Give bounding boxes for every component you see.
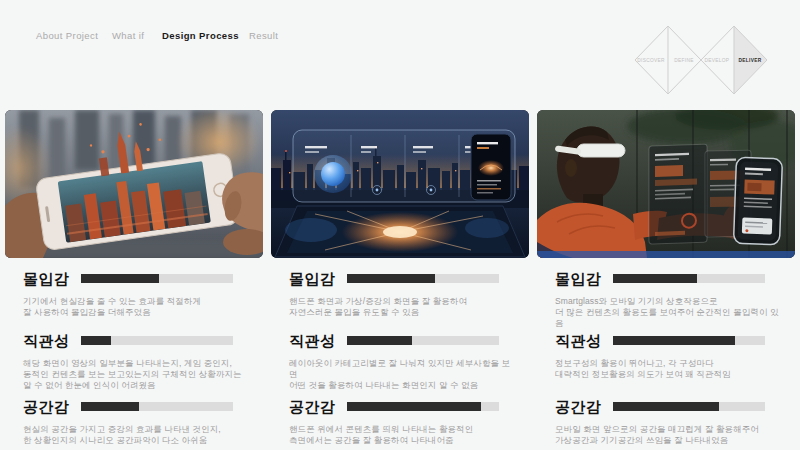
- section-description: 기기에서 현실감을 줄 수 있는 효과를 적절하게 잘 사용하여 몰입감을 더해…: [23, 296, 248, 318]
- photo3-transparent-phone: [733, 157, 782, 245]
- photo-smartglasses-ar-phone: [537, 110, 795, 258]
- photo2-blue-sphere: [321, 162, 345, 186]
- progress-bar: [347, 336, 499, 345]
- eval-section: 공간감 현실의 공간을 가지고 증강의 효과를 나타낸 것인지, 한 상황인지의…: [5, 398, 255, 416]
- progress-bar: [347, 402, 499, 411]
- nav-item-result[interactable]: Result: [249, 30, 278, 41]
- section-description: 핸드폰 위에서 콘텐츠를 띄워 나타내는 활용적인 측면에서는 공간을 잘 활용…: [289, 424, 514, 446]
- progress-bar: [613, 402, 765, 411]
- progress-bar-fill: [347, 336, 412, 345]
- progress-bar-fill: [347, 402, 481, 411]
- stage-label-deliver: DELIVER: [739, 58, 762, 63]
- progress-bar-fill: [81, 336, 111, 345]
- progress-bar-fill: [613, 274, 697, 283]
- eval-section: 직관성 레이아웃이 카테고리별로 잘 나눠져 있지만 세부사항을 보면 어떤 것…: [271, 332, 521, 350]
- eval-section: 몰입감 Smartglass와 모바일 기기의 상호작용으로 더 많은 컨텐츠의…: [537, 270, 787, 288]
- evaluation-column-1: 몰입감 기기에서 현실감을 줄 수 있는 효과를 적절하게 잘 사용하여 몰입감…: [5, 270, 255, 450]
- evaluation-column-2: 몰입감 핸드폰 화면과 가상/증강의 화면을 잘 활용하여 자연스러운 몰입을 …: [271, 270, 521, 450]
- section-title: 직관성: [23, 332, 70, 349]
- progress-bar: [81, 336, 233, 345]
- eval-section: 공간감 핸드폰 위에서 콘텐츠를 띄워 나타내는 활용적인 측면에서는 공간을 …: [271, 398, 521, 416]
- stage-label-develop: DEVELOP: [705, 58, 730, 63]
- progress-bar-fill: [81, 274, 159, 283]
- evaluation-column-3: 몰입감 Smartglass와 모바일 기기의 상호작용으로 더 많은 컨텐츠의…: [537, 270, 787, 450]
- photo3-smart-glasses: [577, 144, 625, 157]
- section-description: 레이아웃이 카테고리별로 잘 나눠져 있지만 세부사항을 보면 어떤 것을 활용…: [289, 358, 514, 391]
- section-title: 몰입감: [23, 270, 70, 287]
- section-title: 몰입감: [289, 270, 336, 287]
- progress-bar-fill: [613, 402, 719, 411]
- progress-bar: [81, 274, 233, 283]
- double-diamond-diagram: DISCOVER DEFINE DEVELOP DELIVER: [630, 22, 772, 98]
- section-description: 현실의 공간을 가지고 증강의 효과를 나타낸 것인지, 한 상황인지의 시나리…: [23, 424, 248, 446]
- eval-section: 공간감 모바일 화면 앞으로의 공간을 매끄럽게 잘 활용해주어 가상공간과 기…: [537, 398, 787, 416]
- eval-section: 직관성 정보구성의 활용이 뛰어나고, 각 구성마다 대략적인 정보활용의 의도…: [537, 332, 787, 350]
- stage-label-discover: DISCOVER: [637, 58, 665, 63]
- photo-ar-city-phone: [5, 110, 263, 258]
- section-description: 모바일 화면 앞으로의 공간을 매끄럽게 잘 활용해주어 가상공간과 기기공간의…: [555, 424, 780, 446]
- progress-bar: [613, 274, 765, 283]
- section-title: 공간감: [289, 398, 336, 415]
- eval-section: 몰입감 기기에서 현실감을 줄 수 있는 효과를 적절하게 잘 사용하여 몰입감…: [5, 270, 255, 288]
- section-title: 직관성: [555, 332, 602, 349]
- progress-bar-fill: [347, 274, 435, 283]
- double-diamond-svg: DISCOVER DEFINE DEVELOP DELIVER: [630, 22, 772, 98]
- section-description: 해당 화면이 영상의 일부분을 나타내는지, 게임 중인지, 동적인 컨텐츠를 …: [23, 358, 248, 391]
- photo2-ar-panel: [293, 130, 515, 202]
- photo1-right-hand: [222, 172, 263, 255]
- nav-item-about-project[interactable]: About Project: [36, 30, 98, 41]
- progress-bar: [81, 402, 233, 411]
- nav-item-what-if[interactable]: What if: [112, 30, 144, 41]
- progress-bar-fill: [81, 402, 139, 411]
- section-description: 핸드폰 화면과 가상/증강의 화면을 잘 활용하여 자연스러운 몰입을 유도할 …: [289, 296, 514, 318]
- section-title: 공간감: [23, 398, 70, 415]
- nav-item-design-process[interactable]: Design Process: [162, 30, 239, 41]
- eval-section: 직관성 해당 화면이 영상의 일부분을 나타내는지, 게임 중인지, 동적인 컨…: [5, 332, 255, 350]
- photo2-mock-phone: [471, 134, 511, 200]
- eval-section: 몰입감 핸드폰 화면과 가상/증강의 화면을 잘 활용하여 자연스러운 몰입을 …: [271, 270, 521, 288]
- photo-ar-dashboard-night: [271, 110, 529, 258]
- photo2-tablet-device: [275, 206, 525, 257]
- section-title: 공간감: [555, 398, 602, 415]
- progress-bar: [347, 274, 499, 283]
- stage-label-define: DEFINE: [674, 58, 693, 63]
- progress-bar: [613, 336, 765, 345]
- section-description: 정보구성의 활용이 뛰어나고, 각 구성마다 대략적인 정보활용의 의도가 보여…: [555, 358, 780, 380]
- section-title: 몰입감: [555, 270, 602, 287]
- section-description: Smartglass와 모바일 기기의 상호작용으로 더 많은 컨텐츠의 활용도…: [555, 296, 780, 329]
- progress-bar-fill: [613, 336, 735, 345]
- photo3-blue-table-edge: [537, 251, 795, 258]
- section-title: 직관성: [289, 332, 336, 349]
